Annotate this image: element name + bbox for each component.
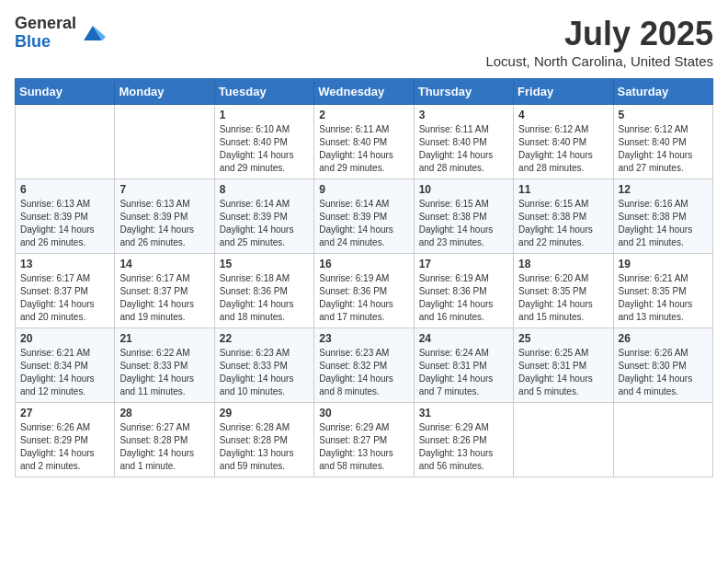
calendar-header-row: SundayMondayTuesdayWednesdayThursdayFrid… <box>16 79 713 105</box>
calendar-day-cell: 6Sunrise: 6:13 AMSunset: 8:39 PMDaylight… <box>16 179 115 254</box>
day-number: 26 <box>619 332 708 345</box>
day-number: 13 <box>20 258 109 270</box>
day-info: Sunrise: 6:14 AMSunset: 8:39 PMDaylight:… <box>220 198 309 249</box>
day-number: 18 <box>518 258 608 270</box>
day-number: 12 <box>619 183 708 196</box>
day-info: Sunrise: 6:17 AMSunset: 8:37 PMDaylight:… <box>119 272 209 324</box>
day-info: Sunrise: 6:10 AMSunset: 8:40 PMDaylight:… <box>220 123 309 175</box>
day-info: Sunrise: 6:23 AMSunset: 8:32 PMDaylight:… <box>319 347 408 398</box>
calendar-day-cell: 25Sunrise: 6:25 AMSunset: 8:31 PMDayligh… <box>514 328 613 403</box>
day-number: 23 <box>319 332 408 345</box>
day-number: 4 <box>518 109 608 121</box>
day-info: Sunrise: 6:24 AMSunset: 8:31 PMDaylight:… <box>419 347 508 398</box>
day-number: 10 <box>419 183 508 196</box>
day-of-week-header: Wednesday <box>314 79 414 105</box>
day-info: Sunrise: 6:19 AMSunset: 8:36 PMDaylight:… <box>419 272 508 324</box>
day-number: 30 <box>319 407 408 419</box>
logo-general-text: General <box>15 15 76 33</box>
calendar-day-cell: 27Sunrise: 6:26 AMSunset: 8:29 PMDayligh… <box>16 403 115 477</box>
calendar-day-cell: 5Sunrise: 6:12 AMSunset: 8:40 PMDaylight… <box>613 105 712 179</box>
logo: General Blue <box>15 15 106 52</box>
logo-icon <box>80 20 106 46</box>
calendar-day-cell: 12Sunrise: 6:16 AMSunset: 8:38 PMDayligh… <box>613 179 712 254</box>
day-of-week-header: Thursday <box>414 79 513 105</box>
day-number: 7 <box>119 183 209 196</box>
day-info: Sunrise: 6:26 AMSunset: 8:29 PMDaylight:… <box>20 421 109 473</box>
calendar-week-row: 1Sunrise: 6:10 AMSunset: 8:40 PMDaylight… <box>16 105 713 179</box>
day-number: 24 <box>419 332 508 345</box>
calendar-day-cell: 20Sunrise: 6:21 AMSunset: 8:34 PMDayligh… <box>16 328 115 403</box>
calendar-day-cell: 14Sunrise: 6:17 AMSunset: 8:37 PMDayligh… <box>115 254 214 328</box>
calendar-day-cell: 1Sunrise: 6:10 AMSunset: 8:40 PMDaylight… <box>214 105 313 179</box>
title-block: July 2025 Locust, North Carolina, United… <box>485 15 713 69</box>
calendar-day-cell: 29Sunrise: 6:28 AMSunset: 8:28 PMDayligh… <box>214 403 313 477</box>
day-number: 22 <box>220 332 309 345</box>
day-info: Sunrise: 6:26 AMSunset: 8:30 PMDaylight:… <box>619 347 708 398</box>
day-info: Sunrise: 6:20 AMSunset: 8:35 PMDaylight:… <box>518 272 608 324</box>
day-number: 25 <box>518 332 608 345</box>
calendar-day-cell: 13Sunrise: 6:17 AMSunset: 8:37 PMDayligh… <box>16 254 115 328</box>
day-info: Sunrise: 6:23 AMSunset: 8:33 PMDaylight:… <box>220 347 309 398</box>
calendar-day-cell: 8Sunrise: 6:14 AMSunset: 8:39 PMDaylight… <box>214 179 313 254</box>
day-info: Sunrise: 6:28 AMSunset: 8:28 PMDaylight:… <box>220 421 309 473</box>
day-info: Sunrise: 6:21 AMSunset: 8:34 PMDaylight:… <box>20 347 109 398</box>
day-info: Sunrise: 6:13 AMSunset: 8:39 PMDaylight:… <box>119 198 209 249</box>
location-text: Locust, North Carolina, United States <box>485 53 713 69</box>
day-of-week-header: Tuesday <box>214 79 313 105</box>
day-info: Sunrise: 6:25 AMSunset: 8:31 PMDaylight:… <box>518 347 608 398</box>
calendar-week-row: 20Sunrise: 6:21 AMSunset: 8:34 PMDayligh… <box>16 328 713 403</box>
calendar-table: SundayMondayTuesdayWednesdayThursdayFrid… <box>15 78 713 477</box>
day-number: 8 <box>220 183 309 196</box>
day-number: 15 <box>220 258 309 270</box>
day-number: 17 <box>419 258 508 270</box>
calendar-day-cell: 17Sunrise: 6:19 AMSunset: 8:36 PMDayligh… <box>414 254 513 328</box>
calendar-day-cell: 11Sunrise: 6:15 AMSunset: 8:38 PMDayligh… <box>514 179 613 254</box>
day-of-week-header: Sunday <box>16 79 115 105</box>
day-info: Sunrise: 6:29 AMSunset: 8:26 PMDaylight:… <box>419 421 508 473</box>
calendar-day-cell: 26Sunrise: 6:26 AMSunset: 8:30 PMDayligh… <box>613 328 712 403</box>
day-info: Sunrise: 6:14 AMSunset: 8:39 PMDaylight:… <box>319 198 408 249</box>
day-info: Sunrise: 6:18 AMSunset: 8:36 PMDaylight:… <box>220 272 309 324</box>
day-number: 3 <box>419 109 508 121</box>
calendar-day-cell <box>115 105 214 179</box>
calendar-day-cell: 31Sunrise: 6:29 AMSunset: 8:26 PMDayligh… <box>414 403 513 477</box>
day-number: 2 <box>319 109 408 121</box>
day-info: Sunrise: 6:12 AMSunset: 8:40 PMDaylight:… <box>518 123 608 175</box>
calendar-day-cell: 2Sunrise: 6:11 AMSunset: 8:40 PMDaylight… <box>314 105 414 179</box>
calendar-day-cell: 4Sunrise: 6:12 AMSunset: 8:40 PMDaylight… <box>514 105 613 179</box>
page-header: General Blue July 2025 Locust, North Car… <box>15 15 713 69</box>
day-of-week-header: Monday <box>115 79 214 105</box>
month-title: July 2025 <box>485 15 713 53</box>
day-number: 28 <box>119 407 209 419</box>
calendar-day-cell: 16Sunrise: 6:19 AMSunset: 8:36 PMDayligh… <box>314 254 414 328</box>
day-number: 16 <box>319 258 408 270</box>
day-of-week-header: Saturday <box>613 79 712 105</box>
calendar-day-cell <box>16 105 115 179</box>
calendar-day-cell: 10Sunrise: 6:15 AMSunset: 8:38 PMDayligh… <box>414 179 513 254</box>
day-number: 6 <box>20 183 109 196</box>
day-of-week-header: Friday <box>514 79 613 105</box>
day-number: 27 <box>20 407 109 419</box>
day-number: 21 <box>119 332 209 345</box>
day-info: Sunrise: 6:12 AMSunset: 8:40 PMDaylight:… <box>619 123 708 175</box>
calendar-day-cell: 3Sunrise: 6:11 AMSunset: 8:40 PMDaylight… <box>414 105 513 179</box>
day-number: 29 <box>220 407 309 419</box>
day-info: Sunrise: 6:11 AMSunset: 8:40 PMDaylight:… <box>319 123 408 175</box>
day-info: Sunrise: 6:16 AMSunset: 8:38 PMDaylight:… <box>619 198 708 249</box>
day-number: 1 <box>220 109 309 121</box>
calendar-week-row: 27Sunrise: 6:26 AMSunset: 8:29 PMDayligh… <box>16 403 713 477</box>
day-number: 9 <box>319 183 408 196</box>
calendar-day-cell: 24Sunrise: 6:24 AMSunset: 8:31 PMDayligh… <box>414 328 513 403</box>
calendar-week-row: 6Sunrise: 6:13 AMSunset: 8:39 PMDaylight… <box>16 179 713 254</box>
calendar-day-cell: 19Sunrise: 6:21 AMSunset: 8:35 PMDayligh… <box>613 254 712 328</box>
day-info: Sunrise: 6:11 AMSunset: 8:40 PMDaylight:… <box>419 123 508 175</box>
calendar-day-cell: 28Sunrise: 6:27 AMSunset: 8:28 PMDayligh… <box>115 403 214 477</box>
day-number: 19 <box>619 258 708 270</box>
day-info: Sunrise: 6:13 AMSunset: 8:39 PMDaylight:… <box>20 198 109 249</box>
calendar-day-cell: 18Sunrise: 6:20 AMSunset: 8:35 PMDayligh… <box>514 254 613 328</box>
day-number: 5 <box>619 109 708 121</box>
calendar-day-cell: 23Sunrise: 6:23 AMSunset: 8:32 PMDayligh… <box>314 328 414 403</box>
day-number: 14 <box>119 258 209 270</box>
calendar-day-cell: 9Sunrise: 6:14 AMSunset: 8:39 PMDaylight… <box>314 179 414 254</box>
calendar-day-cell: 15Sunrise: 6:18 AMSunset: 8:36 PMDayligh… <box>214 254 313 328</box>
